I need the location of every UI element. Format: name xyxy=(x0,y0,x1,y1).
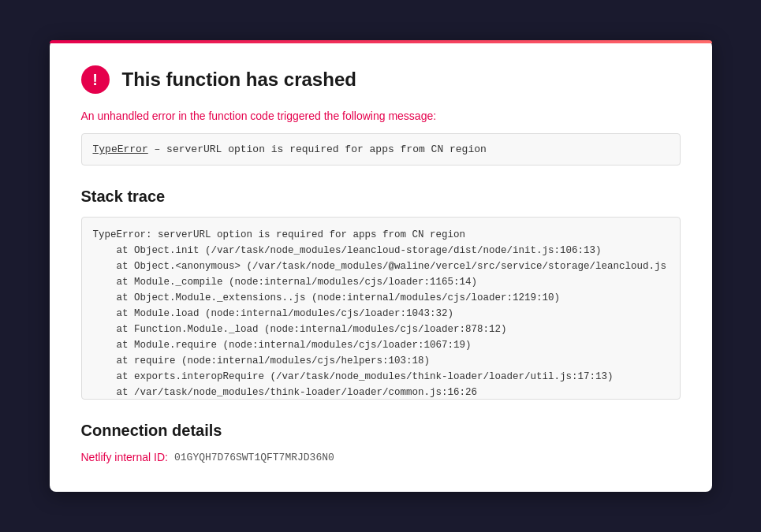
connection-label: Netlify internal ID: xyxy=(81,451,168,463)
header: ! This function has crashed xyxy=(81,65,681,94)
page-title: This function has crashed xyxy=(122,69,356,91)
error-text: – serverURL option is required for apps … xyxy=(148,143,487,155)
connection-section: Connection details Netlify internal ID: … xyxy=(81,422,681,463)
connection-title: Connection details xyxy=(81,422,681,440)
error-message-scroll[interactable]: TypeError – serverURL option is required… xyxy=(82,134,680,165)
exclamation-mark: ! xyxy=(92,72,98,87)
subtitle-text: An unhandled error in the function code … xyxy=(81,110,681,122)
error-type: TypeError xyxy=(93,143,148,155)
card-top-border xyxy=(50,40,712,43)
stack-trace-title: Stack trace xyxy=(81,188,681,206)
stack-trace-scroll[interactable]: TypeError: serverURL option is required … xyxy=(82,218,680,399)
stack-trace-box: TypeError: serverURL option is required … xyxy=(81,217,681,400)
error-icon: ! xyxy=(81,65,110,94)
error-card: ! This function has crashed An unhandled… xyxy=(50,40,712,492)
connection-row: Netlify internal ID: 01GYQH7D76SWT1QFT7M… xyxy=(81,451,681,463)
connection-value: 01GYQH7D76SWT1QFT7MRJD36N0 xyxy=(174,452,334,463)
stack-trace-content: TypeError: serverURL option is required … xyxy=(93,227,669,399)
error-message-box: TypeError – serverURL option is required… xyxy=(81,133,681,166)
